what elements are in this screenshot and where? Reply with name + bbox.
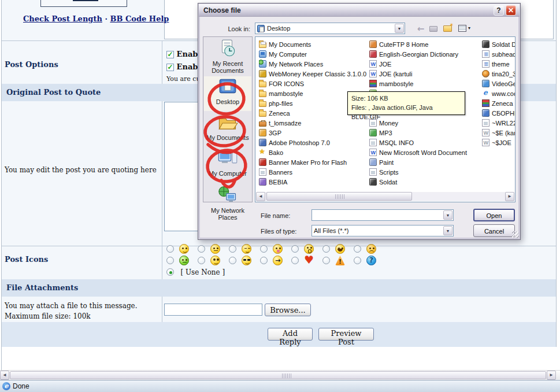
file-item[interactable]: theme (482, 59, 515, 69)
file-item[interactable]: New Microsoft Word Document (369, 147, 480, 157)
file-item[interactable]: Banner Maker Pro for Flash (259, 157, 368, 167)
file-item[interactable]: FOR ICONS (259, 79, 368, 88)
file-item[interactable]: My Network Places (259, 59, 368, 69)
new-folder-icon[interactable] (443, 25, 452, 32)
file-item[interactable]: ~WRL22 (482, 118, 515, 128)
file-item[interactable]: tina20_3 (482, 69, 515, 79)
file-item[interactable]: Bako (259, 147, 368, 157)
chevron-down-icon[interactable] (443, 226, 453, 235)
post-icon-radio[interactable] (291, 245, 299, 253)
cancel-button[interactable]: Cancel (473, 224, 515, 237)
scrollbar-thumb[interactable] (10, 371, 546, 379)
post-icon-option (198, 243, 229, 254)
check-post-length-link[interactable]: Check Post Length (23, 14, 102, 23)
file-item[interactable]: mambostyle (369, 79, 480, 88)
post-icon-radio[interactable] (260, 257, 268, 264)
dialog-title: Choose file (203, 6, 241, 14)
file-name-input[interactable] (314, 211, 453, 219)
checkbox-checked-icon[interactable]: ✓ (166, 64, 174, 71)
close-icon[interactable] (506, 5, 516, 16)
file-item[interactable]: English-Georgian Dictionary (369, 49, 480, 59)
file-item-label: My Network Places (269, 61, 323, 68)
heart-icon (304, 256, 314, 265)
add-reply-button[interactable]: Add Reply (268, 328, 313, 341)
file-attachments-header-band: File Attachments (2, 279, 556, 297)
post-icon-radio[interactable] (322, 257, 330, 264)
view-menu-icon[interactable] (458, 25, 466, 32)
dialog-titlebar[interactable]: Choose file (199, 4, 520, 17)
bb-code-help-link[interactable]: BB Code Help (110, 14, 169, 23)
file-item[interactable]: СБОРНИ (482, 108, 515, 118)
app-icon (259, 129, 266, 136)
file-item[interactable]: Zeneca (482, 98, 515, 108)
resize-grip[interactable] (512, 231, 519, 238)
original-post-header: Original Post to Quote (6, 88, 101, 97)
sidebar-item-label: My Computer (204, 170, 251, 177)
scroll-left-arrow-icon[interactable]: ◄ (256, 192, 265, 201)
chevron-down-icon[interactable] (443, 210, 453, 220)
open-button[interactable]: Open (473, 209, 515, 221)
sidebar-item-my-computer[interactable]: My Computer (204, 148, 251, 182)
page-horizontal-scrollbar[interactable]: ◄ ► (0, 370, 560, 379)
file-item[interactable]: subheadi (482, 49, 515, 59)
preview-post-button[interactable]: Preview Post (318, 328, 374, 341)
checkbox-checked-icon[interactable]: ✓ (166, 51, 174, 58)
chevron-down-icon[interactable] (395, 24, 404, 33)
scroll-right-arrow-icon[interactable]: ► (547, 371, 556, 380)
files-of-type-combobox[interactable]: All Files (*.*) (311, 225, 454, 236)
file-item[interactable]: Adobe Photoshop 7.0 (259, 138, 368, 147)
back-arrow-icon[interactable] (416, 24, 426, 34)
post-icon-radio[interactable] (166, 257, 174, 264)
file-item[interactable]: Scripts (369, 167, 480, 177)
file-item[interactable]: Soldat (369, 177, 480, 187)
scroll-left-arrow-icon[interactable]: ◄ (0, 371, 9, 380)
tongue-icon (273, 244, 283, 254)
help-icon[interactable] (494, 5, 504, 16)
file-item[interactable]: JOE (369, 59, 480, 69)
file-item[interactable]: JOE (kartuli (369, 69, 480, 79)
file-item[interactable]: 3GP (259, 128, 368, 138)
scrollbar-thumb[interactable] (266, 192, 412, 201)
mellow-icon (210, 244, 220, 254)
file-item[interactable]: VideoGet (482, 79, 515, 88)
post-icon-radio[interactable] (291, 257, 299, 264)
scroll-right-arrow-icon[interactable]: ► (505, 192, 514, 201)
laugh-icon (335, 244, 345, 254)
file-item[interactable]: WebMoney Keeper Classic 3.1.0.0 (259, 69, 368, 79)
file-item[interactable]: Paint (369, 157, 480, 167)
file-item[interactable]: MP3 (369, 128, 480, 138)
post-icon-radio[interactable] (260, 245, 268, 253)
file-item[interactable]: ~$JOE (482, 138, 515, 147)
use-none-radio[interactable] (166, 268, 174, 276)
file-item[interactable]: CuteFTP 8 Home (369, 39, 480, 49)
sidebar-item-my-documents[interactable]: My Documents (204, 113, 251, 146)
file-item[interactable]: BEBIA (259, 177, 368, 187)
post-icon-radio[interactable] (198, 245, 205, 253)
up-one-level-icon[interactable] (429, 26, 437, 32)
post-icon-radio[interactable] (322, 245, 330, 253)
file-item[interactable]: My Documents (259, 39, 368, 49)
browse-button[interactable]: Browse... (265, 304, 311, 316)
post-icon-radio[interactable] (166, 245, 174, 253)
list-horizontal-scrollbar[interactable]: ◄ ► (256, 192, 514, 201)
post-icon-radio[interactable] (229, 257, 236, 264)
sidebar-item-my-recent-documents[interactable]: My Recent Documents (204, 38, 251, 75)
file-item[interactable]: ~$E (kar (482, 128, 515, 138)
attachment-file-input[interactable] (164, 304, 262, 316)
file-item[interactable]: Banners (259, 167, 368, 177)
file-name-combobox[interactable] (311, 209, 454, 221)
post-icon-radio[interactable] (198, 257, 205, 264)
sidebar-item-my-network-places[interactable]: My Network Places (204, 185, 251, 225)
file-item[interactable]: Soldat De (482, 39, 515, 49)
file-item[interactable]: www.cod (482, 88, 515, 98)
ohmy-icon (304, 244, 314, 254)
file-item[interactable]: My Computer (259, 49, 368, 59)
post-icon-radio[interactable] (354, 257, 361, 264)
sick-icon (179, 256, 189, 265)
post-icon-radio[interactable] (229, 245, 236, 253)
look-in-combobox[interactable]: Desktop (255, 23, 405, 34)
file-item[interactable]: MSQL INFO (369, 138, 480, 147)
post-icon-radio[interactable] (354, 245, 361, 253)
sidebar-item-desktop[interactable]: Desktop (204, 76, 251, 111)
folder-open-icon (259, 42, 266, 48)
